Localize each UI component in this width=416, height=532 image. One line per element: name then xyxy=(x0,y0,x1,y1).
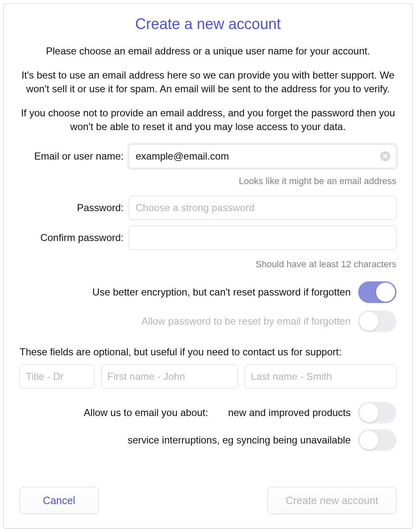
button-row: Cancel Create new account xyxy=(20,487,396,514)
email-about-lead: Allow us to email you about: xyxy=(84,407,208,419)
intro-paragraph-1: Please choose an email address or a uniq… xyxy=(20,44,396,58)
toggle-knob-icon xyxy=(376,283,395,302)
email-products-label: new and improved products xyxy=(228,407,351,419)
encryption-toggle[interactable] xyxy=(358,281,396,303)
email-hint: Looks like it might be an email address xyxy=(20,176,396,187)
confirm-password-input-wrap xyxy=(129,226,396,250)
password-input-wrap xyxy=(129,196,396,220)
encryption-toggle-label: Use better encryption, but can't reset p… xyxy=(92,286,351,298)
reset-by-email-toggle-row: Allow password to be reset by email if f… xyxy=(20,310,396,332)
cancel-button[interactable]: Cancel xyxy=(20,487,99,514)
toggle-knob-icon xyxy=(359,403,379,422)
intro-paragraph-3: If you choose not to provide an email ad… xyxy=(20,106,396,133)
email-input[interactable] xyxy=(129,144,396,168)
email-products-toggle-row: Allow us to email you about: new and imp… xyxy=(20,402,396,424)
reset-by-email-toggle-label: Allow password to be reset by email if f… xyxy=(141,315,351,327)
first-name-input[interactable] xyxy=(101,365,238,389)
password-field-row: Password: xyxy=(20,196,396,220)
intro-block: Please choose an email address or a uniq… xyxy=(20,44,396,144)
clear-input-icon[interactable] xyxy=(380,151,391,162)
password-hint: Should have at least 12 characters xyxy=(20,259,396,270)
name-fields-row xyxy=(20,365,396,389)
optional-fields-heading: These fields are optional, but useful if… xyxy=(20,346,396,358)
encryption-toggle-row: Use better encryption, but can't reset p… xyxy=(20,281,396,303)
confirm-password-input[interactable] xyxy=(129,226,396,250)
dialog-title: Create a new account xyxy=(20,15,396,33)
password-label: Password: xyxy=(20,202,129,214)
reset-by-email-toggle[interactable] xyxy=(358,310,396,332)
confirm-password-label: Confirm password: xyxy=(20,232,129,244)
toggle-knob-icon xyxy=(359,312,379,331)
email-products-toggle[interactable] xyxy=(358,402,396,424)
email-label: Email or user name: xyxy=(20,150,129,162)
toggle-knob-icon xyxy=(359,431,379,450)
email-service-toggle[interactable] xyxy=(358,429,396,451)
email-input-wrap xyxy=(129,144,396,168)
password-input[interactable] xyxy=(129,196,396,220)
intro-paragraph-2: It's best to use an email address here s… xyxy=(20,69,396,96)
last-name-input[interactable] xyxy=(245,365,396,389)
email-service-label: service interruptions, eg syncing being … xyxy=(128,434,351,446)
email-field-row: Email or user name: xyxy=(20,144,396,168)
create-account-dialog: Create a new account Please choose an em… xyxy=(3,3,413,529)
title-input[interactable] xyxy=(20,365,94,389)
email-service-toggle-row: service interruptions, eg syncing being … xyxy=(20,429,396,451)
password-block: Password: Confirm password: xyxy=(20,196,396,256)
create-account-button[interactable]: Create new account xyxy=(267,487,396,514)
email-preferences-block: Allow us to email you about: new and imp… xyxy=(20,402,396,457)
confirm-password-field-row: Confirm password: xyxy=(20,226,396,250)
